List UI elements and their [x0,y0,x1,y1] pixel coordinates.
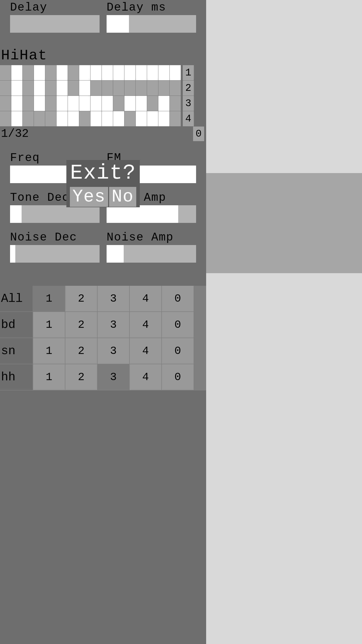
pattern-cell[interactable]: 4 [130,312,161,338]
pattern-cell[interactable]: 0 [162,312,194,338]
pattern-cell[interactable]: 4 [130,338,161,364]
step-cell[interactable] [124,80,135,96]
step-cell[interactable] [136,96,147,111]
step-cell[interactable] [11,80,22,96]
delay-ms-slider[interactable] [107,15,196,33]
step-cell[interactable] [90,96,102,111]
step-cell[interactable] [158,111,169,126]
pattern-cell[interactable]: 2 [65,364,97,390]
pattern-cell[interactable]: 2 [65,338,97,364]
pattern-cell[interactable]: 3 [98,286,129,311]
step-cell[interactable] [90,65,102,80]
step-cell[interactable] [57,80,68,96]
pattern-cell[interactable]: 3 [98,364,129,390]
step-cell[interactable] [147,80,158,96]
pattern-cell[interactable]: 2 [65,286,97,311]
step-cell[interactable] [113,111,124,126]
pattern-cell[interactable]: 0 [162,338,194,364]
step-cell[interactable] [68,111,79,126]
step-cell[interactable] [23,96,34,111]
tone-dec-slider[interactable] [10,205,100,223]
step-cell[interactable] [170,111,181,126]
pattern-cell[interactable]: 3 [98,338,129,364]
step-cell[interactable] [34,80,45,96]
step-cell[interactable] [11,96,22,111]
step-cell[interactable] [45,80,56,96]
pattern-cell[interactable]: 2 [65,312,97,338]
tone-amp-slider[interactable] [107,205,196,223]
step-cell[interactable] [0,96,11,111]
step-cell[interactable] [158,65,169,80]
step-cell[interactable] [90,111,102,126]
pattern-cell[interactable]: 1 [33,364,65,390]
step-cell[interactable] [11,111,22,126]
step-cell[interactable] [11,65,22,80]
step-cell[interactable] [158,80,169,96]
step-cell[interactable] [170,80,181,96]
pattern-cell[interactable]: 0 [162,364,194,390]
step-cell[interactable] [113,80,124,96]
step-cell[interactable] [79,80,90,96]
step-cell[interactable] [158,96,169,111]
step-cell[interactable] [34,96,45,111]
exit-modal-buttons: Yes No [70,187,136,207]
noise-dec-slider[interactable] [10,245,100,263]
step-cell[interactable] [34,111,45,126]
step-cell[interactable] [79,65,90,80]
step-cell[interactable] [136,65,147,80]
step-cell[interactable] [124,65,135,80]
step-cell[interactable] [23,111,34,126]
noise-amp-slider[interactable] [107,245,196,263]
step-cell[interactable] [113,65,124,80]
step-cell[interactable] [0,65,11,80]
no-button[interactable]: No [109,187,136,207]
step-cell[interactable] [0,80,11,96]
subdivision-tag[interactable]: 0 [193,127,204,141]
step-cell[interactable] [102,65,113,80]
step-cell[interactable] [147,65,158,80]
step-cell[interactable] [0,111,11,126]
step-cell[interactable] [124,111,135,126]
delay-slider[interactable] [10,15,100,33]
step-cell[interactable] [79,96,90,111]
pattern-cell[interactable]: 0 [162,286,194,311]
step-cell[interactable] [45,65,56,80]
step-cell[interactable] [136,80,147,96]
step-cell[interactable] [23,65,34,80]
pattern-cell[interactable]: 1 [33,338,65,364]
step-cell[interactable] [23,80,34,96]
pattern-cell[interactable]: 4 [130,286,161,311]
step-cell[interactable] [57,111,68,126]
step-cell[interactable] [170,96,181,111]
step-cell[interactable] [45,96,56,111]
step-row-tag[interactable]: 4 [183,111,194,126]
step-cell[interactable] [113,96,124,111]
step-cell[interactable] [45,111,56,126]
pattern-cell[interactable]: 3 [98,312,129,338]
step-cell[interactable] [124,96,135,111]
step-cell[interactable] [68,65,79,80]
step-cell[interactable] [68,80,79,96]
pattern-cell[interactable]: 1 [33,312,65,338]
step-row-tag[interactable]: 1 [183,65,194,80]
step-cell[interactable] [147,96,158,111]
step-row-tag[interactable]: 2 [183,80,194,96]
step-cell[interactable] [90,80,102,96]
step-cell[interactable] [57,65,68,80]
step-cell[interactable] [102,80,113,96]
step-cell[interactable] [34,65,45,80]
pattern-cell[interactable]: 4 [130,364,161,390]
step-cell[interactable] [170,65,181,80]
scrollbar-track[interactable] [206,0,362,644]
step-cell[interactable] [102,96,113,111]
step-row-tag[interactable]: 3 [183,96,194,111]
step-cell[interactable] [102,111,113,126]
pattern-cell[interactable]: 1 [33,286,65,311]
step-cell[interactable] [79,111,90,126]
step-cell[interactable] [147,111,158,126]
step-cell[interactable] [57,96,68,111]
yes-button[interactable]: Yes [70,187,108,207]
step-cell[interactable] [136,111,147,126]
step-cell[interactable] [68,96,79,111]
scrollbar-thumb[interactable] [206,173,362,273]
